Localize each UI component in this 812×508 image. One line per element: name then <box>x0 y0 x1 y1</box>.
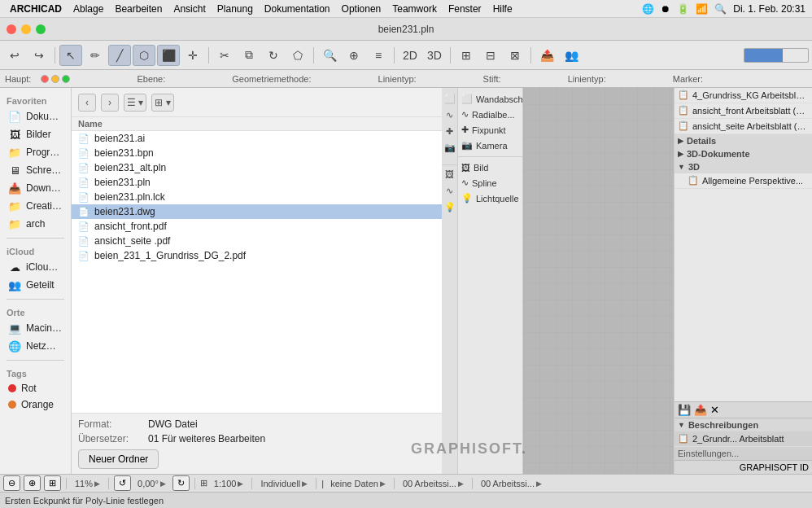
rp-item-ansicht-seite[interactable]: 📋 ansicht_seite Arbeitsblatt (Unabh. <box>674 119 812 134</box>
move-tool[interactable]: ✛ <box>181 45 204 66</box>
icon-view-button[interactable]: ⊞ ▾ <box>151 94 174 112</box>
file-item-beien231ai[interactable]: 📄 beien231.ai <box>72 131 442 146</box>
sidebar-item-creative[interactable]: 📁 Creative... <box>2 197 69 215</box>
zoom-fit-bottom[interactable]: ⊞ <box>44 475 61 491</box>
file-item-grundriss[interactable]: 📄 beien_231_1_Grundriss_DG_2.pdf <box>72 248 442 263</box>
menu-optionen[interactable]: Optionen <box>342 3 382 15</box>
file-name: beien231.bpn <box>94 147 154 159</box>
zoom-tool[interactable]: 🔍 <box>318 45 341 66</box>
teamwork-tool[interactable]: 👥 <box>560 45 583 66</box>
spline-label: ∿ Spline <box>458 175 522 190</box>
detail-tool[interactable]: ⊠ <box>504 45 526 66</box>
rotate-left-button[interactable]: ↺ <box>114 475 131 491</box>
menu-bearbeiten[interactable]: Bearbeiten <box>115 3 162 15</box>
rotate-right-button[interactable]: ↻ <box>172 475 190 491</box>
save-panel-button[interactable]: 💾 <box>678 404 691 416</box>
copy-tool[interactable]: ⧉ <box>238 45 260 66</box>
line-tool[interactable]: ╱ <box>108 45 131 66</box>
menu-planung[interactable]: Planung <box>217 3 253 15</box>
sidebar-item-orange[interactable]: Orange <box>2 396 69 413</box>
sidebar-item-macintosh[interactable]: 💻 Macintos... <box>2 319 69 337</box>
sidebar-item-bilder[interactable]: 🖼 Bilder <box>2 125 69 143</box>
spline-tool[interactable]: ∿ <box>443 183 457 198</box>
sidebar-item-rot[interactable]: Rot <box>2 380 69 396</box>
fixpunkt-tool[interactable]: ✚ <box>443 124 457 138</box>
redo-button[interactable]: ↪ <box>28 45 50 66</box>
section-tool[interactable]: ⊞ <box>455 45 478 66</box>
zoom-in-bottom[interactable]: ⊕ <box>24 475 41 491</box>
sidebar-item-dokumente[interactable]: 📄 Dokumente <box>2 107 69 125</box>
rotate-tool[interactable]: ↻ <box>262 45 285 66</box>
zoom-percent[interactable]: 11% ▶ <box>72 478 103 489</box>
close-button[interactable] <box>7 24 16 34</box>
file-item-beien231pln[interactable]: 📄 beien231.pln <box>72 175 442 190</box>
menu-teamwork[interactable]: Teamwork <box>392 3 437 15</box>
view-label[interactable]: Individuell ▶ <box>257 478 311 489</box>
file-item-ansicht-seite[interactable]: 📄 ansicht_seite .pdf <box>72 234 442 248</box>
zoom-out-bottom[interactable]: ⊖ <box>3 475 20 491</box>
rp-item-grundriss-kg[interactable]: 📋 4_Grundriss_KG Arbeitsblatt (Unab <box>674 88 812 103</box>
elevation-tool[interactable]: ⊟ <box>479 45 502 66</box>
forward-button[interactable]: › <box>101 94 119 112</box>
file-item-beien231bpn[interactable]: 📄 beien231.bpn <box>72 146 442 160</box>
rp-item-beschreibungen-item[interactable]: 📋 2_Grundr... Arbeitsblatt <box>674 431 812 447</box>
sidebar-item-netzwerk[interactable]: 🌐 Netzwerk <box>2 337 69 355</box>
bild-tool[interactable]: 🖼 <box>443 167 457 182</box>
poly-tool[interactable]: ⬡ <box>133 45 155 66</box>
file-item-beien231dwg[interactable]: 📄 beien231.dwg <box>72 204 442 219</box>
new-folder-button[interactable]: Neuer Ordner <box>78 449 159 469</box>
kamera-tool[interactable]: 📷 <box>443 140 457 155</box>
drawing-canvas[interactable]: GRAPHISOFT. <box>523 88 674 474</box>
snap-tool[interactable]: ⊕ <box>343 45 365 66</box>
file-item-ansicht-front[interactable]: 📄 ansicht_front.pdf <box>72 219 442 234</box>
sidebar-item-programm[interactable]: 📁 Programm... <box>2 143 69 161</box>
layer-tool[interactable]: ≡ <box>367 45 390 66</box>
2d-tool[interactable]: 2D <box>399 45 421 66</box>
layer2-label[interactable]: 00 Arbeitssi... ▶ <box>478 478 545 489</box>
lichtquelle-tool[interactable]: 💡 <box>443 199 457 214</box>
layer-label[interactable]: 00 Arbeitssi... ▶ <box>399 478 467 489</box>
pencil-tool[interactable]: ✏ <box>84 45 107 66</box>
minimize-button[interactable] <box>21 24 31 34</box>
rect-tool[interactable]: ⬛ <box>157 45 180 66</box>
graphisoft-id: GRAPHISOFT ID <box>740 462 809 472</box>
close-panel-button[interactable]: ✕ <box>710 404 719 416</box>
menu-fenster[interactable]: Fenster <box>448 3 482 15</box>
rp-section-beschreibungen[interactable]: ▼ Beschreibungen <box>674 418 812 431</box>
sidebar-item-schreibti[interactable]: 🖥 Schreibti... <box>2 161 69 179</box>
rotation-value[interactable]: 0,00° ▶ <box>134 478 169 489</box>
data-label[interactable]: keine Daten ▶ <box>327 478 389 489</box>
stift-label: Stift: <box>483 74 501 84</box>
rp-item-perspektive[interactable]: 📋 Allgemeine Perspektive... <box>674 173 812 189</box>
3d-tool[interactable]: 3D <box>423 45 446 66</box>
sidebar-item-icloud-drive[interactable]: ☁ iCloud Dri... <box>2 258 69 276</box>
menu-ablage[interactable]: Ablage <box>73 3 103 15</box>
file-item-beien231altpln[interactable]: 📄 beien231_alt.pln <box>72 160 442 175</box>
back-button[interactable]: ‹ <box>78 94 96 112</box>
sidebar-item-downloads[interactable]: 📥 Downloads <box>2 179 69 197</box>
list-view-button[interactable]: ☰ ▾ <box>124 94 146 112</box>
sidebar-item-geteilt[interactable]: 👥 Geteilt <box>2 276 69 294</box>
wandabschl-tool[interactable]: ⬜ <box>443 91 457 106</box>
scale-value[interactable]: 1:100 ▶ <box>211 478 247 489</box>
rp-section-3d-dokumente[interactable]: ▶ 3D-Dokumente <box>674 147 812 160</box>
publish-tool[interactable]: 📤 <box>535 45 558 66</box>
file-dialog: ‹ › ☰ ▾ ⊞ ▾ Name 📄 beien231.ai 📄 beien23… <box>72 88 442 474</box>
menu-dokumentation[interactable]: Dokumentation <box>264 3 330 15</box>
undo-button[interactable]: ↩ <box>3 45 26 66</box>
arrow-tool[interactable]: ↖ <box>59 45 82 66</box>
rp-section-details[interactable]: ▶ Details <box>674 134 812 147</box>
rp-item-ansicht-front[interactable]: 📋 ansicht_front Arbeitsblatt (Unabhär <box>674 103 812 119</box>
trim-tool[interactable]: ✂ <box>213 45 236 66</box>
sidebar-item-arch[interactable]: 📁 arch <box>2 215 69 233</box>
mirror-tool[interactable]: ⬠ <box>286 45 309 66</box>
rp-section-3d[interactable]: ▼ 3D <box>674 160 812 173</box>
menu-ansicht[interactable]: Ansicht <box>173 3 205 15</box>
rp-item-text: 2_Grundr... Arbeitsblatt <box>692 434 784 444</box>
maximize-button[interactable] <box>36 24 46 34</box>
einstellungen-button[interactable]: Einstellungen... <box>674 447 812 460</box>
file-item-beien231plnlck[interactable]: 📄 beien231.pln.lck <box>72 190 442 204</box>
export-panel-button[interactable]: 📤 <box>694 404 707 416</box>
menu-hilfe[interactable]: Hilfe <box>493 3 513 15</box>
radialbema-tool[interactable]: ∿ <box>443 107 457 122</box>
